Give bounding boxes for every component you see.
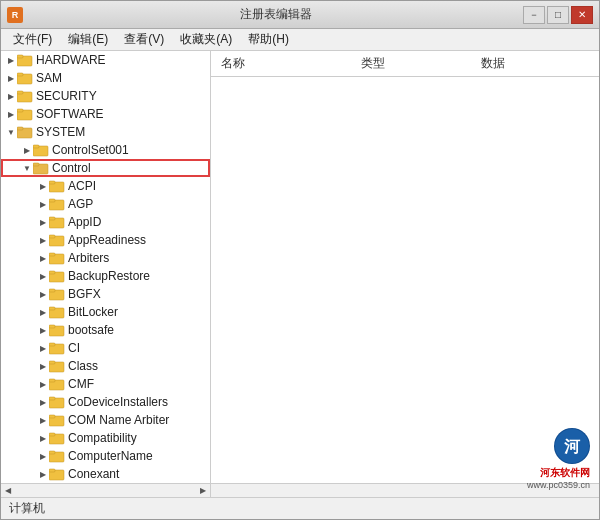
menu-file[interactable]: 文件(F) — [5, 29, 60, 50]
tree-label-security: SECURITY — [36, 87, 97, 105]
folder-icon-hardware — [17, 53, 33, 67]
tree-item-system[interactable]: SYSTEM — [1, 123, 210, 141]
tree-arrow-software[interactable] — [5, 105, 17, 123]
tree-item-hardware[interactable]: HARDWARE — [1, 51, 210, 69]
tree-item-comnamearbiter[interactable]: COM Name Arbiter — [1, 411, 210, 429]
tree-arrow-agp[interactable] — [37, 195, 49, 213]
tree-arrow-bgfx[interactable] — [37, 285, 49, 303]
tree-label-class: Class — [68, 357, 98, 375]
tree-h-scroll[interactable]: ◀ ▶ — [1, 484, 211, 497]
folder-icon-comnamearbiter — [49, 413, 65, 427]
folder-icon-appreadiness — [49, 233, 65, 247]
tree-item-codeviceinstallers[interactable]: CoDeviceInstallers — [1, 393, 210, 411]
tree-arrow-arbiters[interactable] — [37, 249, 49, 267]
tree-item-arbiters[interactable]: Arbiters — [1, 249, 210, 267]
tree-item-acpi[interactable]: ACPI — [1, 177, 210, 195]
tree-item-appreadiness[interactable]: AppReadiness — [1, 231, 210, 249]
tree-arrow-computername[interactable] — [37, 447, 49, 465]
right-h-scroll[interactable] — [211, 484, 599, 497]
tree-label-comnamearbiter: COM Name Arbiter — [68, 411, 169, 429]
tree-arrow-backuprestore[interactable] — [37, 267, 49, 285]
svg-rect-47 — [49, 469, 55, 472]
menu-view[interactable]: 查看(V) — [116, 29, 172, 50]
tree-arrow-ci[interactable] — [37, 339, 49, 357]
tree-item-control[interactable]: Control — [1, 159, 210, 177]
folder-icon-system — [17, 125, 33, 139]
tree-arrow-acpi[interactable] — [37, 177, 49, 195]
tree-label-hardware: HARDWARE — [36, 51, 106, 69]
tree-item-bgfx[interactable]: BGFX — [1, 285, 210, 303]
maximize-button[interactable]: □ — [547, 6, 569, 24]
tree-arrow-cmf[interactable] — [37, 375, 49, 393]
tree-item-controlset001[interactable]: ControlSet001 — [1, 141, 210, 159]
svg-rect-33 — [49, 343, 55, 346]
tree-label-bitlocker: BitLocker — [68, 303, 118, 321]
folder-icon-bitlocker — [49, 305, 65, 319]
tree-arrow-conexant[interactable] — [37, 465, 49, 483]
tree-item-conexant[interactable]: Conexant — [1, 465, 210, 483]
tree-item-ci[interactable]: CI — [1, 339, 210, 357]
folder-icon-software — [17, 107, 33, 121]
tree-item-cmf[interactable]: CMF — [1, 375, 210, 393]
folder-icon-agp — [49, 197, 65, 211]
tree-item-computername[interactable]: ComputerName — [1, 447, 210, 465]
svg-rect-7 — [17, 109, 23, 112]
tree-arrow-sam[interactable] — [5, 69, 17, 87]
scroll-track — [13, 486, 198, 496]
folder-icon-acpi — [49, 179, 65, 193]
folder-icon-control — [33, 161, 49, 175]
col-data-header: 数据 — [471, 55, 599, 72]
tree-arrow-controlset001[interactable] — [21, 141, 33, 159]
tree-item-sam[interactable]: SAM — [1, 69, 210, 87]
close-button[interactable]: ✕ — [571, 6, 593, 24]
tree-arrow-bitlocker[interactable] — [37, 303, 49, 321]
minimize-button[interactable]: － — [523, 6, 545, 24]
tree-arrow-control[interactable] — [21, 159, 33, 177]
menu-edit[interactable]: 编辑(E) — [60, 29, 116, 50]
tree-pane[interactable]: HARDWARE SAM SECURITY SOFTWARE SYSTEM Co… — [1, 51, 211, 483]
scroll-right-arrow[interactable]: ▶ — [198, 486, 208, 495]
tree-item-class[interactable]: Class — [1, 357, 210, 375]
tree-label-cmf: CMF — [68, 375, 94, 393]
tree-arrow-comnamearbiter[interactable] — [37, 411, 49, 429]
tree-arrow-bootsafe[interactable] — [37, 321, 49, 339]
tree-item-compatibility[interactable]: Compatibility — [1, 429, 210, 447]
right-content — [211, 77, 599, 483]
folder-icon-bootsafe — [49, 323, 65, 337]
tree-arrow-hardware[interactable] — [5, 51, 17, 69]
folder-icon-conexant — [49, 467, 65, 481]
menu-help[interactable]: 帮助(H) — [240, 29, 297, 50]
tree-item-software[interactable]: SOFTWARE — [1, 105, 210, 123]
folder-icon-class — [49, 359, 65, 373]
tree-item-appid[interactable]: AppID — [1, 213, 210, 231]
tree-item-bitlocker[interactable]: BitLocker — [1, 303, 210, 321]
svg-rect-15 — [49, 181, 55, 184]
folder-icon-cmf — [49, 377, 65, 391]
tree-arrow-security[interactable] — [5, 87, 17, 105]
tree-arrow-codeviceinstallers[interactable] — [37, 393, 49, 411]
tree-label-arbiters: Arbiters — [68, 249, 109, 267]
svg-rect-25 — [49, 271, 55, 274]
tree-item-backuprestore[interactable]: BackupRestore — [1, 267, 210, 285]
tree-item-agp[interactable]: AGP — [1, 195, 210, 213]
tree-item-bootsafe[interactable]: bootsafe — [1, 321, 210, 339]
menu-favorites[interactable]: 收藏夹(A) — [172, 29, 240, 50]
svg-rect-23 — [49, 253, 55, 256]
folder-icon-sam — [17, 71, 33, 85]
tree-label-conexant: Conexant — [68, 465, 119, 483]
tree-arrow-compatibility[interactable] — [37, 429, 49, 447]
tree-arrow-system[interactable] — [5, 123, 17, 141]
title-bar: R 注册表编辑器 － □ ✕ — [1, 1, 599, 29]
tree-label-agp: AGP — [68, 195, 93, 213]
tree-arrow-appid[interactable] — [37, 213, 49, 231]
svg-rect-21 — [49, 235, 55, 238]
tree-arrow-appreadiness[interactable] — [37, 231, 49, 249]
tree-label-acpi: ACPI — [68, 177, 96, 195]
folder-icon-controlset001 — [33, 143, 49, 157]
app-icon: R — [7, 7, 23, 23]
tree-label-software: SOFTWARE — [36, 105, 104, 123]
scroll-left-arrow[interactable]: ◀ — [3, 486, 13, 495]
tree-item-security[interactable]: SECURITY — [1, 87, 210, 105]
status-text: 计算机 — [9, 500, 45, 517]
tree-arrow-class[interactable] — [37, 357, 49, 375]
